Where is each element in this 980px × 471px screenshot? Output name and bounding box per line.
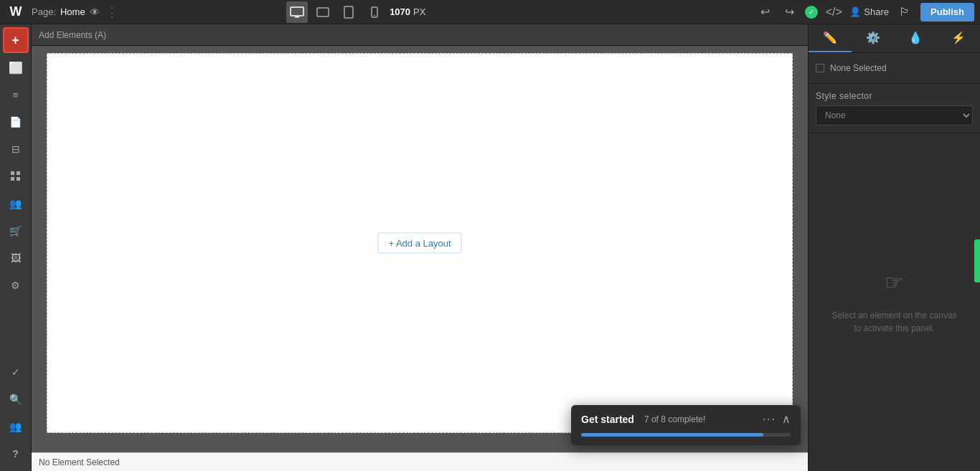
team-icon: 👥 (9, 421, 22, 432)
get-started-title: Get started (581, 414, 634, 425)
apps-button[interactable] (3, 163, 29, 189)
svg-rect-0 (291, 7, 303, 16)
mobile-button[interactable] (364, 1, 385, 23)
style-selector-dropdown[interactable]: None (816, 105, 973, 125)
tab-settings[interactable]: ⚙️ (852, 24, 895, 52)
page-info: Page: Home 👁 (32, 6, 100, 18)
layers-icon: ⊟ (11, 143, 20, 155)
canvas-hint-text: Select an element on the canvasto activa… (831, 309, 956, 335)
logo-icon: W (10, 4, 22, 19)
logo-button[interactable]: W (6, 2, 26, 22)
media-button[interactable]: 🖼 (3, 245, 29, 271)
help-icon: ? (12, 448, 19, 460)
px-display: 1070 PX (390, 6, 425, 17)
separator: ⋮ (105, 4, 118, 20)
add-layout-button[interactable]: + Add a Layout (377, 233, 461, 254)
right-panel-canvas-hint: ☞ Select an element on the canvasto acti… (809, 133, 980, 471)
cursor-icon: ☞ (885, 270, 904, 295)
text-icon: ≡ (13, 90, 19, 100)
style-selector-label: Style selector (816, 91, 973, 101)
pages-button[interactable]: 📄 (3, 109, 29, 135)
svg-rect-3 (344, 6, 353, 18)
tasks-icon: ✓ (11, 366, 20, 378)
redo-button[interactable]: ↪ (781, 4, 798, 21)
add-elements-button[interactable]: + (3, 27, 29, 53)
tablet-landscape-button[interactable] (312, 1, 334, 23)
flag-icon: 🏳 (896, 4, 913, 21)
style-tab-icon: ✏️ (823, 31, 837, 44)
canvas-frame[interactable]: + Add a Layout (47, 53, 793, 433)
style-selector-section: Style selector None (809, 84, 980, 133)
topbar-right: ↩ ↪ ✓ </> 👤 Share 🏳 Publish (756, 3, 974, 22)
box-button[interactable]: ⬜ (3, 54, 29, 80)
more-options-button[interactable]: ··· (763, 413, 776, 426)
canvas-header: Add Elements (A) (32, 24, 808, 46)
none-selected-section: None Selected (809, 53, 980, 84)
main-layout: + ⬜ ≡ 📄 ⊟ 👥 🛒 🖼 (0, 24, 980, 471)
get-started-header: Get started 7 of 8 complete! ··· ∧ (571, 405, 801, 433)
store-icon: 🛒 (9, 225, 22, 237)
plus-icon: + (11, 33, 19, 48)
progress-fill (581, 433, 763, 437)
page-label: Page: (32, 6, 56, 17)
settings-button[interactable]: ⚙ (3, 272, 29, 298)
media-icon: 🖼 (11, 252, 21, 264)
share-icon: 👤 (849, 6, 861, 17)
tab-style[interactable]: ✏️ (809, 24, 852, 52)
contacts-icon: 👥 (9, 198, 22, 209)
get-started-subtitle: 7 of 8 complete! (644, 414, 705, 424)
none-selected-label: None Selected (830, 63, 887, 73)
section-label: Add Elements (A) (39, 30, 106, 40)
px-value: 1070 (390, 6, 410, 17)
none-checkbox (816, 64, 824, 72)
search-icon: 🔍 (9, 394, 22, 405)
progress-bar (581, 433, 791, 437)
pages-icon: 📄 (9, 116, 22, 128)
svg-rect-2 (317, 8, 329, 16)
settings-icon: ⚙ (11, 280, 20, 291)
eye-icon[interactable]: 👁 (90, 6, 100, 18)
statusbar: No Element Selected (32, 452, 808, 471)
store-button[interactable]: 🛒 (3, 218, 29, 244)
collapse-button[interactable]: ∧ (782, 412, 791, 426)
svg-rect-1 (295, 16, 299, 18)
canvas-area: Add Elements (A) + Add a Layout Get star… (32, 24, 808, 471)
viewport-controls: 1070 PX (286, 1, 425, 23)
left-sidebar: + ⬜ ≡ 📄 ⊟ 👥 🛒 🖼 (0, 24, 32, 471)
contacts-button[interactable]: 👥 (3, 191, 29, 217)
canvas-frame-area[interactable]: + Add a Layout (32, 46, 808, 452)
sidebar-bottom: ✓ 🔍 👥 ? (3, 359, 29, 471)
search-button[interactable]: 🔍 (3, 386, 29, 412)
tab-lightning[interactable]: ⚡ (937, 24, 980, 52)
right-panel-tabs: ✏️ ⚙️ 💧 ⚡ (809, 24, 980, 53)
team-button[interactable]: 👥 (3, 414, 29, 439)
get-started-popup: Get started 7 of 8 complete! ··· ∧ (571, 405, 801, 445)
code-view-button[interactable]: </> (825, 4, 842, 21)
status-indicator: ✓ (805, 6, 818, 19)
undo-button[interactable]: ↩ (756, 4, 773, 21)
right-panel: ✏️ ⚙️ 💧 ⚡ None Selected Style selector N… (808, 24, 980, 471)
settings-tab-icon: ⚙️ (866, 31, 880, 44)
effects-tab-icon: 💧 (908, 31, 923, 44)
topbar: W Page: Home 👁 ⋮ 1070 PX ↩ ↪ ✓ </> 👤 (0, 0, 980, 24)
help-button[interactable]: ? (3, 441, 29, 467)
text-button[interactable]: ≡ (3, 82, 29, 108)
vertical-tab[interactable] (974, 239, 980, 282)
apps-icon (11, 171, 21, 181)
box-icon: ⬜ (9, 61, 23, 75)
status-text: No Element Selected (39, 457, 120, 467)
tasks-button[interactable]: ✓ (3, 359, 29, 385)
none-selected-row: None Selected (816, 60, 973, 76)
px-label: PX (413, 6, 425, 17)
page-name: Home (60, 6, 85, 17)
publish-button[interactable]: Publish (920, 3, 974, 22)
layers-button[interactable]: ⊟ (3, 136, 29, 162)
lightning-tab-icon: ⚡ (951, 31, 966, 44)
desktop-view-button[interactable] (286, 1, 308, 23)
share-button[interactable]: 👤 Share (849, 6, 889, 17)
tab-effects[interactable]: 💧 (895, 24, 938, 52)
share-label: Share (864, 6, 889, 17)
tablet-portrait-button[interactable] (338, 1, 359, 23)
